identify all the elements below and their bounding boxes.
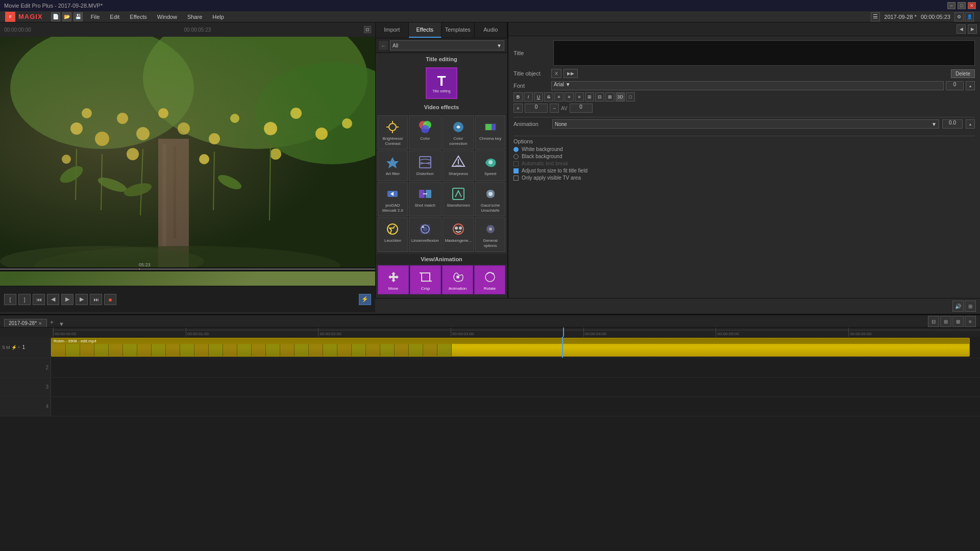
- animation-value-input[interactable]: 0.0: [942, 119, 963, 129]
- line-spacing-input[interactable]: 0: [525, 104, 548, 113]
- effect-shot-match[interactable]: Shot match: [409, 182, 442, 216]
- font-size-input[interactable]: 0: [946, 81, 964, 90]
- tab-dropdown[interactable]: ▼: [59, 321, 64, 327]
- fmt-align-left[interactable]: ≡: [554, 92, 564, 102]
- preview-fullscreen[interactable]: ⊡: [364, 26, 371, 33]
- fmt-bold[interactable]: B: [513, 92, 523, 102]
- btn-prev-mark[interactable]: ⏮: [33, 294, 45, 305]
- animation-select[interactable]: None ▼: [552, 119, 939, 129]
- btn-next-frame[interactable]: ▶: [76, 294, 88, 305]
- effect-brightness[interactable]: Brightness/ Contrast: [378, 115, 408, 149]
- obj-btn-x[interactable]: X: [551, 69, 561, 78]
- settings-icon[interactable]: ⚙: [954, 12, 964, 21]
- fmt-underline[interactable]: U: [534, 92, 543, 102]
- panel-btn-2[interactable]: ▶: [968, 24, 977, 34]
- effect-art-filter[interactable]: Art filter: [378, 151, 408, 181]
- view-animation[interactable]: Animation: [442, 265, 473, 295]
- nav-dropdown[interactable]: All ▼: [390, 40, 504, 51]
- nav-back-button[interactable]: ←: [379, 41, 388, 50]
- btn-record[interactable]: ●: [104, 294, 116, 305]
- add-tab-btn[interactable]: +: [47, 318, 57, 327]
- tl-view-btn4[interactable]: ≡: [965, 316, 976, 327]
- view-move[interactable]: Move: [378, 265, 409, 295]
- track-content-3[interactable]: [51, 378, 980, 396]
- hamburger-menu[interactable]: ☰: [871, 12, 880, 21]
- maximize-button[interactable]: □: [958, 2, 966, 9]
- effect-transformers[interactable]: Stansformen: [443, 182, 474, 216]
- track-m[interactable]: M: [6, 345, 10, 350]
- fmt-align-right[interactable]: ≡: [575, 92, 584, 102]
- menu-help[interactable]: Help: [207, 12, 229, 21]
- timeline-ruler[interactable]: 00:00:00:00 00:00:01:00 00:00:02:00 00:0…: [53, 328, 980, 337]
- toolbar-new[interactable]: 📄: [51, 12, 60, 21]
- checkbox-auto-break[interactable]: [513, 161, 519, 166]
- view-rotate[interactable]: Rotate: [474, 265, 505, 295]
- menu-share[interactable]: Share: [182, 12, 207, 21]
- effect-lens-reflex[interactable]: Linsenreflexion: [409, 217, 442, 252]
- font-select[interactable]: Arial ▼: [551, 81, 944, 90]
- tab-effects[interactable]: Effects: [409, 22, 442, 38]
- effect-general[interactable]: General options: [475, 217, 505, 252]
- track-s[interactable]: S: [2, 345, 5, 350]
- menu-edit[interactable]: Edit: [105, 12, 125, 21]
- checkbox-visible-tv[interactable]: [513, 176, 519, 181]
- effect-color[interactable]: Color: [409, 115, 442, 149]
- effect-gaussian[interactable]: Gaus'sche Unschärfe: [475, 182, 505, 216]
- effect-color-correction[interactable]: Color correction: [443, 115, 474, 149]
- btn-next-mark[interactable]: ⏭: [90, 294, 102, 305]
- radio-white-bg[interactable]: [513, 147, 519, 152]
- anim-up[interactable]: ▲: [966, 119, 975, 129]
- menu-window[interactable]: Window: [152, 12, 182, 21]
- btn-play[interactable]: ▶: [61, 294, 74, 305]
- fmt-box[interactable]: □: [626, 92, 635, 102]
- tab-templates[interactable]: Templates: [442, 22, 475, 38]
- timeline-tab-project[interactable]: 2017-09-28* ✕: [4, 319, 47, 327]
- fmt-italic[interactable]: I: [524, 92, 533, 102]
- effect-chroma-key[interactable]: Chroma key: [475, 115, 505, 149]
- menu-effects[interactable]: Effects: [125, 12, 152, 21]
- tab-import[interactable]: Import: [376, 22, 409, 38]
- effect-mask[interactable]: Maskengene...: [443, 217, 474, 252]
- btn-bracket-end[interactable]: ]: [18, 294, 31, 305]
- effect-proDad[interactable]: proDAD Mercalli 2.0: [378, 182, 408, 216]
- menu-file[interactable]: File: [86, 12, 105, 21]
- volume-btn[interactable]: 🔊: [952, 300, 964, 312]
- view-crop[interactable]: Crop: [410, 265, 441, 295]
- fmt-align-justify[interactable]: ⊞: [585, 92, 594, 102]
- fmt-indent-less[interactable]: ⊟: [595, 92, 604, 102]
- effect-lighting[interactable]: Leuchten: [378, 217, 408, 252]
- tab-close[interactable]: ✕: [38, 321, 42, 326]
- toolbar-save[interactable]: 💾: [74, 12, 83, 21]
- toolbar-open[interactable]: 📂: [62, 12, 71, 21]
- track-divide[interactable]: ÷: [18, 345, 20, 350]
- effect-distortion[interactable]: Distortion: [409, 151, 442, 181]
- close-button[interactable]: ✕: [968, 2, 976, 9]
- scrubber-bar[interactable]: [0, 268, 375, 270]
- title-input-field[interactable]: [553, 40, 975, 66]
- fmt-indent-more[interactable]: ⊠: [605, 92, 615, 102]
- fmt-3d[interactable]: 3D: [616, 92, 625, 102]
- video-clip-1[interactable]: Robin - 3908 - edit.mp4: [51, 338, 970, 357]
- tl-view-btn3[interactable]: ⊠: [952, 316, 964, 327]
- account-icon[interactable]: 👤: [965, 12, 974, 21]
- btn-prev-frame[interactable]: ◀: [47, 294, 59, 305]
- track-content-2[interactable]: [51, 358, 980, 377]
- timeline-view-btn[interactable]: ⊞: [965, 300, 976, 312]
- delete-button[interactable]: Delete: [951, 69, 975, 78]
- preview-scrubber[interactable]: [0, 267, 375, 271]
- btn-special[interactable]: ⚡: [359, 294, 371, 305]
- track-content-4[interactable]: [51, 397, 980, 416]
- checkbox-adjust-font[interactable]: [513, 168, 519, 173]
- effect-speed[interactable]: Speed: [475, 151, 505, 181]
- minimize-button[interactable]: –: [947, 2, 955, 9]
- fmt-align-center[interactable]: ≡: [565, 92, 574, 102]
- obj-btn-next[interactable]: ▶▶: [564, 69, 578, 78]
- tl-view-btn2[interactable]: ⊞: [940, 316, 951, 327]
- char-spacing-input[interactable]: 0: [570, 104, 593, 113]
- track-lightning[interactable]: ⚡: [11, 345, 17, 350]
- fmt-strikethrough[interactable]: S: [544, 92, 553, 102]
- track-content-1[interactable]: Robin - 3908 - edit.mp4: [51, 337, 980, 358]
- tl-view-btn1[interactable]: ⊟: [928, 316, 939, 327]
- btn-bracket-start[interactable]: [: [4, 294, 16, 305]
- tab-audio[interactable]: Audio: [475, 22, 508, 38]
